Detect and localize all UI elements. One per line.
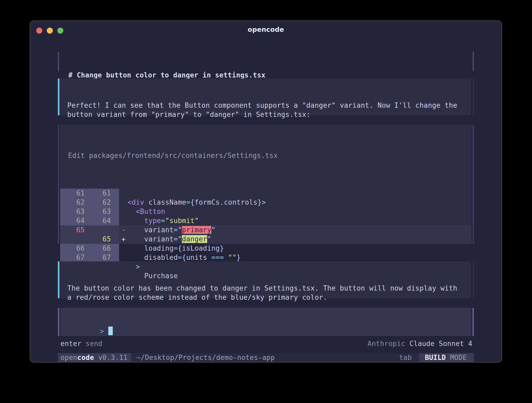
mode-indicator: BUILD MODE xyxy=(419,353,474,362)
diff-line: 6868 > xyxy=(60,262,472,271)
diff-line: 6666 loading={isLoading} xyxy=(60,244,472,253)
opencode-window: opencode # Change button color to danger… xyxy=(30,20,502,363)
main-content: # Change button color to danger in setti… xyxy=(30,36,502,362)
diff-view: 61616262 <div className={formCs.controls… xyxy=(60,189,472,281)
message-right-border xyxy=(473,261,474,298)
keybind-enter: enter xyxy=(60,339,81,348)
edit-panel-right-border xyxy=(473,125,474,244)
app-version-chip: opencode v0.3.11 xyxy=(58,353,131,362)
diff-line: 6464 type="submit" xyxy=(60,216,472,225)
diff-line: 6767 disabled={units === ""} xyxy=(60,253,472,262)
diff-line: 6363 <Button xyxy=(60,207,472,216)
diff-line: 65+ variant="danger" xyxy=(60,235,472,244)
message-text: Perfect! I can see that the Button compo… xyxy=(67,101,466,119)
input-right-border xyxy=(472,308,474,336)
message-right-border xyxy=(473,79,474,115)
session-header: # Change button color to danger in setti… xyxy=(58,52,474,71)
diff-line: 6262 <div className={formCs.controls}> xyxy=(60,198,472,207)
diff-line: 6969 Purchase xyxy=(60,271,472,281)
window-title: opencode xyxy=(30,26,502,33)
provider-name: Anthropic xyxy=(367,339,405,348)
edit-tool-panel: Edit packages/frontend/src/containers/Se… xyxy=(58,125,474,244)
message-text: The button color has been changed to dan… xyxy=(67,284,466,302)
prompt-input[interactable]: > xyxy=(58,308,474,336)
session-header-right-border xyxy=(473,52,474,71)
assistant-message: Perfect! I can see that the Button compo… xyxy=(58,79,474,115)
keybind-enter-action: send xyxy=(86,339,103,348)
text-cursor xyxy=(108,327,113,335)
model-name: Claude Sonnet 4 xyxy=(410,339,472,348)
status-bar: opencode v0.3.11 ~/Desktop/Projects/demo… xyxy=(58,353,474,362)
mode-keybind: tab xyxy=(399,353,412,362)
working-directory: ~/Desktop/Projects/demo-notes-app xyxy=(136,353,275,362)
window-titlebar: opencode xyxy=(30,21,502,36)
prompt-symbol: > xyxy=(100,327,104,335)
diff-line: 65- variant="primary" xyxy=(60,225,472,235)
hint-row: enter send Anthropic Claude Sonnet 4 xyxy=(58,339,474,348)
edit-tool-title: Edit packages/frontend/src/containers/Se… xyxy=(60,143,472,160)
diff-line: 6161 xyxy=(60,189,472,198)
